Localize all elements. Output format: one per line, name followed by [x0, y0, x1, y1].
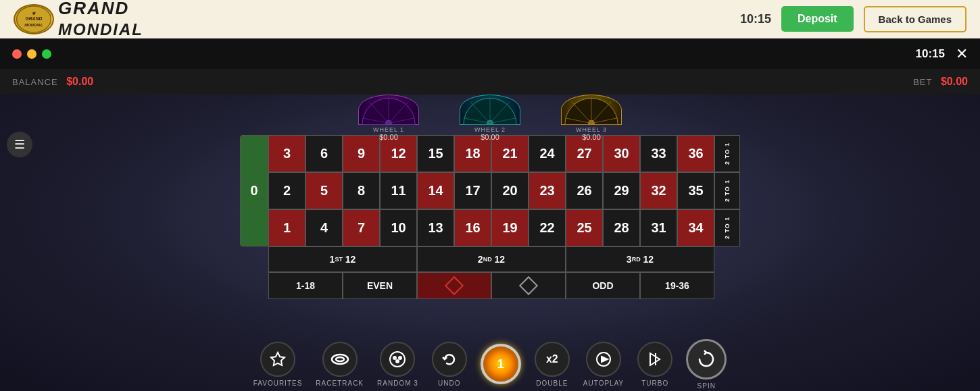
- cell-19[interactable]: 19: [491, 209, 529, 246]
- close-button[interactable]: ✕: [956, 45, 968, 63]
- wheel-1-label: WHEEL 1: [373, 126, 404, 133]
- black-diamond-icon: [519, 276, 538, 295]
- cell-35[interactable]: 35: [677, 172, 714, 209]
- spin-icon: [686, 339, 727, 380]
- bet-value: $0.00: [941, 76, 968, 87]
- bet-1-18[interactable]: 1-18: [268, 272, 343, 299]
- cell-13[interactable]: 13: [417, 209, 454, 246]
- spin-label: SPIN: [697, 382, 716, 390]
- balance-value: $0.00: [66, 76, 93, 87]
- back-to-games-button[interactable]: Back to Games: [864, 6, 966, 32]
- autoplay-icon: [586, 342, 621, 377]
- bet-even[interactable]: EVEN: [343, 272, 417, 299]
- bottom-bets: 1ST 12 2ND 12 3RD 12 1-18 EVEN ODD 19-36: [240, 246, 740, 299]
- turbo-label: TURBO: [641, 380, 668, 387]
- deposit-button[interactable]: Deposit: [781, 6, 854, 32]
- cell-26[interactable]: 26: [566, 172, 603, 209]
- third-dozen[interactable]: 3RD 12: [566, 246, 714, 272]
- wheel-3-container: WHEEL 3 $0.00: [561, 95, 622, 141]
- wheel-2[interactable]: [460, 95, 520, 125]
- second-bar-time: 10:15: [916, 47, 945, 61]
- wheel-3[interactable]: [561, 95, 622, 125]
- random3-button[interactable]: RANDOM 3: [377, 342, 418, 387]
- cell-11[interactable]: 11: [380, 172, 417, 209]
- wheel-3-amount: $0.00: [582, 133, 601, 141]
- bet-19-36[interactable]: 19-36: [640, 272, 714, 299]
- cell-4[interactable]: 4: [305, 209, 343, 246]
- wheel-2-label: WHEEL 2: [474, 126, 506, 133]
- cell-1[interactable]: 1: [268, 209, 305, 246]
- double-x2-label: x2: [546, 353, 558, 365]
- cell-7[interactable]: 7: [343, 209, 380, 246]
- dots-area: [12, 49, 51, 59]
- svg-point-24: [336, 357, 344, 361]
- double-icon: x2: [535, 342, 570, 377]
- cell-14[interactable]: 14: [417, 172, 454, 209]
- two-to-one-bot[interactable]: 2 TO 1: [714, 209, 740, 246]
- dot-yellow[interactable]: [27, 49, 36, 59]
- spin-button[interactable]: SPIN: [686, 339, 727, 390]
- cell-31[interactable]: 31: [640, 209, 677, 246]
- favourites-button[interactable]: FAVOURITES: [253, 342, 303, 387]
- bet-black-diamond[interactable]: [491, 272, 566, 299]
- cell-16[interactable]: 16: [454, 209, 491, 246]
- chip-selector[interactable]: 1: [481, 344, 521, 384]
- wheels-area: WHEEL 1 $0.00 WHEEL 2 $0: [358, 95, 622, 141]
- autoplay-button[interactable]: AUTOPLAY: [583, 342, 624, 387]
- cell-36[interactable]: 36: [677, 135, 714, 172]
- chip-value: 1: [497, 357, 504, 371]
- zero-cell[interactable]: 0: [240, 135, 268, 246]
- header: ★ GRAND MONDIAL GRANDMONDIAL 10:15 Depos…: [0, 0, 980, 38]
- cell-23[interactable]: 23: [529, 172, 566, 209]
- cell-6[interactable]: 6: [305, 135, 343, 172]
- two-to-one-mid[interactable]: 2 TO 1: [714, 172, 740, 209]
- second-dozen[interactable]: 2ND 12: [417, 246, 566, 272]
- svg-marker-22: [271, 353, 285, 365]
- header-time: 10:15: [740, 12, 771, 26]
- svg-text:GRAND: GRAND: [25, 16, 42, 21]
- logo-area: ★ GRAND MONDIAL GRANDMONDIAL: [14, 0, 143, 40]
- cell-25[interactable]: 25: [566, 209, 603, 246]
- cell-32[interactable]: 32: [640, 172, 677, 209]
- two-to-one-top[interactable]: 2 TO 1: [714, 135, 740, 172]
- undo-button[interactable]: UNDO: [432, 342, 467, 387]
- undo-icon: [432, 342, 467, 377]
- autoplay-label: AUTOPLAY: [583, 380, 624, 387]
- cell-33[interactable]: 33: [640, 135, 677, 172]
- cell-22[interactable]: 22: [529, 209, 566, 246]
- cell-34[interactable]: 34: [677, 209, 714, 246]
- cell-17[interactable]: 17: [454, 172, 491, 209]
- turbo-button[interactable]: TURBO: [637, 342, 672, 387]
- cell-10[interactable]: 10: [380, 209, 417, 246]
- menu-button[interactable]: ☰: [7, 132, 32, 157]
- bet-red-diamond[interactable]: [417, 272, 491, 299]
- second-bar: 10:15 ✕: [0, 38, 980, 69]
- svg-text:MONDIAL: MONDIAL: [24, 23, 43, 27]
- cell-3[interactable]: 3: [268, 135, 305, 172]
- first-dozen[interactable]: 1ST 12: [268, 246, 417, 272]
- table-main-row: 0 3 6 9 12 15 18 21 24 27 30: [240, 135, 740, 246]
- bet-odd[interactable]: ODD: [566, 272, 640, 299]
- dot-green[interactable]: [42, 49, 51, 59]
- dot-red[interactable]: [12, 49, 22, 59]
- number-row-3: 1 4 7 10 13 16 19 22 25 28 31 34: [268, 209, 714, 246]
- svg-point-26: [393, 357, 396, 359]
- cell-2[interactable]: 2: [268, 172, 305, 209]
- bet-section: BET $0.00: [913, 76, 968, 88]
- cell-28[interactable]: 28: [603, 209, 640, 246]
- cell-5[interactable]: 5: [305, 172, 343, 209]
- game-area: 10:15 ✕ BALANCE $0.00 BET $0.00: [0, 38, 980, 391]
- logo-text: GRANDMONDIAL: [58, 0, 143, 40]
- favourites-label: FAVOURITES: [253, 380, 303, 387]
- wheel-1-amount: $0.00: [379, 133, 398, 141]
- wheel-1[interactable]: [358, 95, 419, 125]
- undo-label: UNDO: [438, 380, 460, 387]
- number-row-2: 2 5 8 11 14 17 20 23 26 29 32 35: [268, 172, 714, 209]
- cell-20[interactable]: 20: [491, 172, 529, 209]
- racetrack-button[interactable]: RACETRACK: [316, 342, 364, 387]
- second-bar-right: 10:15 ✕: [916, 45, 968, 63]
- cell-8[interactable]: 8: [343, 172, 380, 209]
- balance-bar: BALANCE $0.00 BET $0.00: [0, 69, 980, 95]
- cell-29[interactable]: 29: [603, 172, 640, 209]
- double-button[interactable]: x2 DOUBLE: [535, 342, 570, 387]
